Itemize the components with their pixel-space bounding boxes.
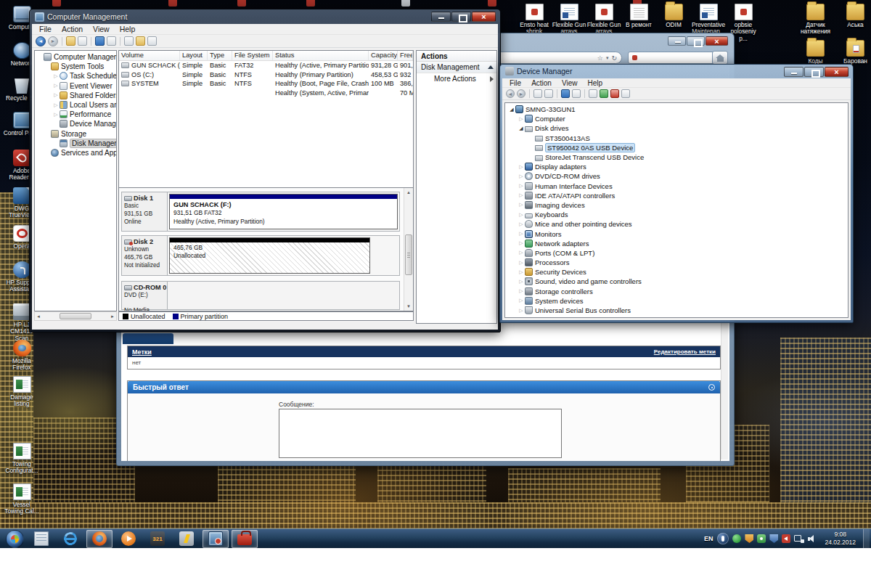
properties-icon[interactable] bbox=[544, 89, 553, 98]
collapsed-arrow-icon[interactable]: ▷ bbox=[52, 73, 60, 79]
show-desktop-button[interactable] bbox=[863, 529, 870, 548]
collapsed-arrow-icon[interactable]: ▷ bbox=[518, 269, 525, 275]
taskbar-button-media-player[interactable] bbox=[115, 530, 142, 548]
dm-device-tree[interactable]: ◢SMNG-33GUN1▷Computer◢Disk drivesST35004… bbox=[504, 102, 848, 318]
partition[interactable]: GUN SCHACK (F:)931,51 GB FAT32Healthy (A… bbox=[169, 194, 398, 229]
tree-item-ports-com-lpt[interactable]: ▷Ports (COM & LPT) bbox=[505, 248, 848, 258]
back-icon[interactable]: ◄ bbox=[506, 89, 515, 98]
hscroll-thumb[interactable] bbox=[60, 313, 91, 319]
tree-item-st3500413as[interactable]: ST3500413AS bbox=[505, 134, 848, 143]
desktop-icon-датчик-натяжения[interactable]: Датчик натяжения bbox=[796, 4, 835, 36]
language-indicator[interactable]: EN bbox=[704, 535, 713, 542]
volume-row[interactable]: SYSTEMSimpleBasicNTFSHealthy (Boot, Page… bbox=[119, 79, 413, 89]
icq-icon[interactable] bbox=[717, 533, 729, 544]
column-header-volume[interactable]: Volume bbox=[119, 51, 180, 60]
edit-tags-link[interactable]: Редактировать метки bbox=[654, 348, 716, 355]
tree-item-security-devices[interactable]: ▷Security Devices bbox=[505, 267, 848, 277]
collapsed-arrow-icon[interactable]: ▷ bbox=[518, 221, 525, 227]
partition[interactable]: 465,76 GBUnallocated bbox=[169, 237, 370, 274]
tree-item-device-manager[interactable]: Device Manager bbox=[35, 119, 116, 128]
tree-item-services-and-applications[interactable]: Services and Applications bbox=[35, 148, 116, 158]
tree-item-disk-drives[interactable]: ◢Disk drives bbox=[505, 123, 848, 133]
disk-graphical-view[interactable]: ▲ ▼ Disk 1Basic931,51 GBOnlineGUN SCHACK… bbox=[118, 188, 414, 311]
collapsed-arrow-icon[interactable]: ▷ bbox=[518, 231, 525, 237]
volume-row[interactable]: Healthy (System, Active, Primary Partiti… bbox=[119, 89, 413, 98]
collapsed-arrow-icon[interactable]: ▷ bbox=[52, 102, 60, 108]
start-button[interactable] bbox=[6, 530, 24, 548]
cm-menu-view[interactable]: View bbox=[88, 25, 115, 33]
help-icon[interactable] bbox=[561, 89, 570, 98]
taskbar-clock[interactable]: 9:08 24.02.2012 bbox=[822, 531, 859, 546]
scroll-right-icon[interactable]: ► bbox=[110, 314, 115, 319]
volume-row[interactable]: OS (C:)SimpleBasicNTFSHealthy (Primary P… bbox=[119, 70, 413, 80]
properties-icon[interactable] bbox=[124, 36, 134, 46]
network-icon[interactable] bbox=[794, 534, 804, 543]
dm-menu-help[interactable]: Help bbox=[582, 79, 608, 87]
cm-minimize-button[interactable] bbox=[431, 12, 451, 22]
volume-icon[interactable] bbox=[808, 534, 817, 543]
column-header-capacity[interactable]: Capacity bbox=[369, 51, 398, 60]
dm-close-button[interactable] bbox=[825, 67, 848, 77]
disable-device-icon[interactable] bbox=[621, 89, 630, 98]
expanded-arrow-icon[interactable]: ◢ bbox=[518, 126, 525, 131]
tree-item-event-viewer[interactable]: ▷Event Viewer bbox=[35, 81, 116, 91]
collapsed-arrow-icon[interactable]: ▷ bbox=[518, 288, 525, 294]
tree-item-local-users-and-groups[interactable]: ▷Local Users and Groups bbox=[35, 100, 116, 110]
cm-menu-action[interactable]: Action bbox=[57, 25, 88, 33]
bookmark-star-icon[interactable]: ☆ bbox=[597, 54, 603, 62]
scroll-down-icon[interactable]: ▼ bbox=[404, 302, 413, 311]
column-header-status[interactable]: Status bbox=[273, 51, 369, 60]
taskbar-button-sidebar-app[interactable] bbox=[28, 530, 54, 548]
desktop-icon-коды[interactable]: Коды bbox=[796, 40, 835, 65]
tree-item-sound-video-and-game-controllers[interactable]: ▷Sound, video and game controllers bbox=[505, 277, 848, 286]
certificate-icon[interactable] bbox=[136, 36, 145, 46]
cm-close-button[interactable] bbox=[472, 12, 496, 22]
tree-item-mice-and-other-pointing-devices[interactable]: ▷Mice and other pointing devices bbox=[505, 219, 848, 229]
cm-titlebar[interactable]: Computer Management bbox=[30, 9, 500, 24]
cm-maximize-button[interactable] bbox=[451, 12, 471, 22]
tree-item-human-interface-devices[interactable]: ▷Human Interface Devices bbox=[505, 181, 848, 191]
column-header-type[interactable]: Type bbox=[208, 51, 232, 60]
collapsed-arrow-icon[interactable]: ▷ bbox=[518, 116, 525, 122]
dm-menu-file[interactable]: File bbox=[504, 79, 526, 87]
refresh-icon[interactable]: ↻ bbox=[611, 54, 617, 62]
dm-menu-view[interactable]: View bbox=[557, 79, 583, 87]
home-button[interactable] bbox=[712, 51, 728, 65]
taskbar-button-internet-explorer[interactable] bbox=[57, 530, 83, 548]
taskbar-button-firefox[interactable] bbox=[86, 530, 113, 548]
desktop-icon-mozilla-firefox[interactable]: Mozilla Firefox bbox=[3, 340, 41, 372]
tags-link[interactable]: Метки bbox=[132, 348, 152, 356]
collapsed-arrow-icon[interactable]: ▷ bbox=[518, 298, 525, 303]
volume-list[interactable]: VolumeLayoutTypeFile SystemStatusCapacit… bbox=[118, 50, 414, 188]
actions-disk-management[interactable]: Disk Management bbox=[417, 62, 496, 73]
desktop-icon-барован[interactable]: Барован bbox=[835, 40, 871, 65]
collapsed-arrow-icon[interactable]: ▷ bbox=[518, 260, 525, 266]
column-header-free[interactable]: Free bbox=[398, 51, 413, 60]
tree-item-network-adapters[interactable]: ▷Network adapters bbox=[505, 239, 848, 248]
desktop-icon-towing-configurat[interactable]: Towing Configurat... bbox=[3, 443, 41, 475]
browser-maximize-button[interactable] bbox=[687, 36, 705, 46]
tree-item-computer[interactable]: ▷Computer bbox=[505, 114, 848, 123]
cm-console-tree[interactable]: Computer Management (LocaSystem Tools▷Ta… bbox=[34, 50, 117, 311]
tree-item-keyboards[interactable]: ▷Keyboards bbox=[505, 210, 848, 219]
tree-item-processors[interactable]: ▷Processors bbox=[505, 258, 848, 267]
taskbar-button-computer-management[interactable] bbox=[203, 530, 229, 548]
desktop[interactable]: ComputerNetworkRecycle BinControl PanelA… bbox=[0, 0, 871, 528]
shield-orange-icon[interactable] bbox=[745, 534, 753, 543]
tree-item-display-adapters[interactable]: ▷Display adapters bbox=[505, 162, 848, 171]
collapsed-arrow-icon[interactable]: ▷ bbox=[518, 240, 525, 246]
collapse-arrow-icon[interactable] bbox=[488, 65, 494, 69]
collapsed-arrow-icon[interactable]: ▷ bbox=[518, 192, 525, 198]
export-list-icon[interactable] bbox=[572, 89, 581, 98]
browser-minimize-button[interactable] bbox=[668, 36, 686, 46]
vscroll-thumb[interactable] bbox=[405, 234, 412, 275]
tree-item-st950042-0as-usb-device[interactable]: ST950042 0AS USB Device bbox=[505, 143, 848, 152]
dm-minimize-button[interactable] bbox=[784, 67, 803, 77]
cm-menu-help[interactable]: Help bbox=[115, 25, 141, 33]
collapsed-arrow-icon[interactable]: ▷ bbox=[518, 308, 525, 314]
disk-view-scrollbar[interactable]: ▲ ▼ bbox=[404, 188, 413, 311]
collapsed-arrow-icon[interactable]: ▷ bbox=[518, 183, 525, 189]
disk-block-cd-rom-0[interactable]: CD-ROM 0DVD (E:)No Media bbox=[121, 281, 400, 310]
forward-icon[interactable]: ► bbox=[517, 89, 526, 98]
show-console-tree-icon[interactable] bbox=[78, 36, 87, 46]
